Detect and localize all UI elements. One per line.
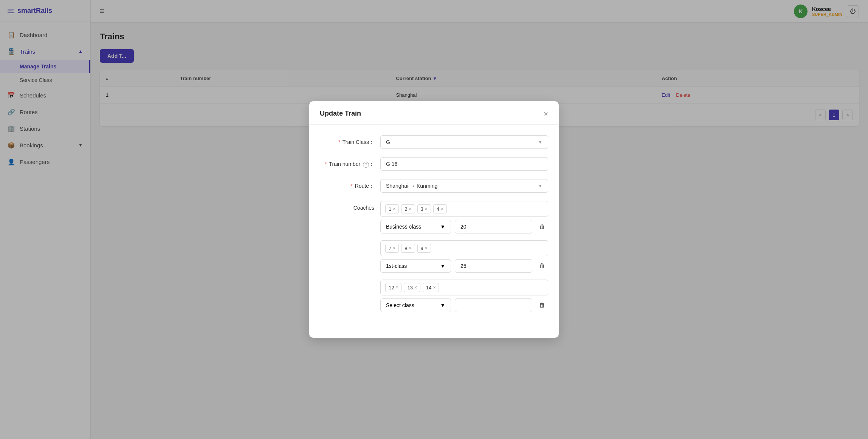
modal-close-button[interactable]: × bbox=[544, 110, 548, 117]
coach-tags-2[interactable]: 7 × 8 × 9 × bbox=[380, 240, 548, 256]
coach-tag: 13 × bbox=[404, 283, 420, 292]
tag-remove[interactable]: × bbox=[393, 246, 395, 251]
coach-tag: 8 × bbox=[401, 244, 415, 253]
train-class-label: * Train Class： bbox=[320, 135, 380, 146]
modal-body: * Train Class： G ▼ * Train number ?： bbox=[309, 125, 559, 338]
coaches-label: Coaches bbox=[320, 201, 380, 211]
tag-remove[interactable]: × bbox=[433, 285, 436, 290]
help-icon[interactable]: ? bbox=[363, 162, 369, 168]
coach-tag: 1 × bbox=[385, 204, 399, 213]
train-number-label: * Train number ?： bbox=[320, 157, 380, 168]
coach-class-select-2[interactable]: 1st-class ▼ bbox=[380, 259, 451, 273]
chevron-down-icon: ▼ bbox=[538, 139, 542, 145]
tag-remove[interactable]: × bbox=[425, 246, 428, 251]
coach-group-2: 7 × 8 × 9 × 1st-class ▼ bbox=[380, 240, 548, 273]
coaches-row: Coaches 1 × 2 × 3 × 4 × bbox=[320, 201, 548, 319]
tag-remove[interactable]: × bbox=[441, 206, 443, 212]
coaches-control: 1 × 2 × 3 × 4 × Business-class ▼ bbox=[380, 201, 548, 319]
tag-remove[interactable]: × bbox=[395, 285, 398, 290]
coach-tag: 9 × bbox=[417, 244, 431, 253]
train-number-row: * Train number ?： bbox=[320, 157, 548, 171]
coach-tag: 4 × bbox=[433, 204, 447, 213]
update-train-modal: Update Train × * Train Class： G ▼ bbox=[309, 101, 559, 338]
delete-coach-button-2[interactable]: 🗑 bbox=[536, 260, 548, 272]
coach-group-1: 1 × 2 × 3 × 4 × Business-class ▼ bbox=[380, 201, 548, 233]
delete-coach-button-3[interactable]: 🗑 bbox=[536, 299, 548, 311]
tag-remove[interactable]: × bbox=[409, 246, 411, 251]
coach-tag: 2 × bbox=[401, 204, 415, 213]
coach-tag: 3 × bbox=[417, 204, 431, 213]
coach-tags-1[interactable]: 1 × 2 × 3 × 4 × bbox=[380, 201, 548, 217]
tag-remove[interactable]: × bbox=[393, 206, 395, 212]
route-control: Shanghai → Kunming ▼ bbox=[380, 179, 548, 193]
tag-remove[interactable]: × bbox=[409, 206, 411, 212]
modal-overlay: Update Train × * Train Class： G ▼ bbox=[0, 0, 868, 439]
modal-title: Update Train bbox=[320, 110, 361, 117]
route-select[interactable]: Shanghai → Kunming ▼ bbox=[380, 179, 548, 193]
chevron-down-icon: ▼ bbox=[440, 302, 445, 308]
coach-capacity-input-1[interactable] bbox=[455, 220, 532, 233]
coach-class-select-3[interactable]: Select class ▼ bbox=[380, 298, 451, 312]
tag-remove[interactable]: × bbox=[425, 206, 428, 212]
route-label: * Route： bbox=[320, 179, 380, 190]
coach-capacity-input-3[interactable] bbox=[455, 298, 532, 312]
coach-tags-3[interactable]: 12 × 13 × 14 × bbox=[380, 280, 548, 295]
coach-group-3: 12 × 13 × 14 × Select class ▼ bbox=[380, 280, 548, 312]
chevron-down-icon: ▼ bbox=[538, 183, 542, 189]
train-number-input[interactable] bbox=[380, 157, 548, 171]
train-number-control bbox=[380, 157, 548, 171]
delete-coach-button-1[interactable]: 🗑 bbox=[536, 221, 548, 233]
train-class-select[interactable]: G ▼ bbox=[380, 135, 548, 149]
chevron-down-icon: ▼ bbox=[440, 263, 445, 269]
coach-tag: 7 × bbox=[385, 244, 399, 253]
train-class-control: G ▼ bbox=[380, 135, 548, 149]
chevron-down-icon: ▼ bbox=[440, 224, 445, 230]
modal-header: Update Train × bbox=[309, 101, 559, 125]
route-row: * Route： Shanghai → Kunming ▼ bbox=[320, 179, 548, 193]
coach-capacity-input-2[interactable] bbox=[455, 259, 532, 273]
coach-tag: 14 × bbox=[423, 283, 439, 292]
train-class-row: * Train Class： G ▼ bbox=[320, 135, 548, 149]
coach-class-select-1[interactable]: Business-class ▼ bbox=[380, 220, 451, 233]
coach-tag: 12 × bbox=[385, 283, 401, 292]
tag-remove[interactable]: × bbox=[414, 285, 417, 290]
